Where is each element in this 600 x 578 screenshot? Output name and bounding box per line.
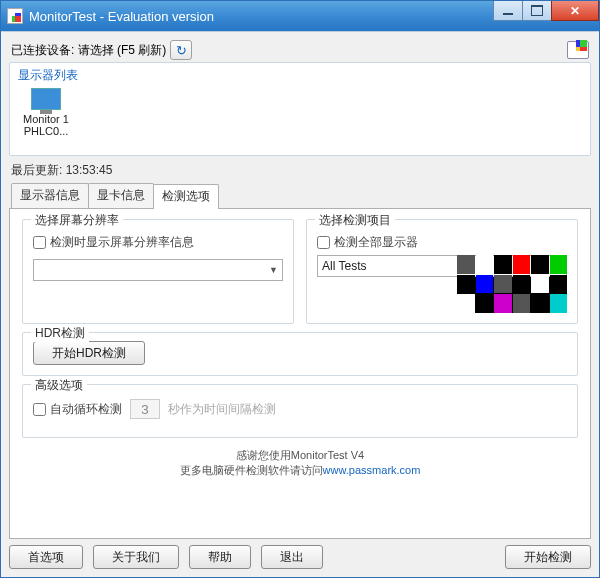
hdr-title: HDR检测 (31, 325, 89, 342)
tabs-area: 显示器信息 显卡信息 检测选项 选择屏幕分辨率 检测时显示屏幕分辨率信息 (9, 183, 591, 539)
refresh-button[interactable]: ↻ (170, 40, 192, 60)
exit-button[interactable]: 退出 (261, 545, 323, 569)
monitor-name: Monitor 1 (16, 113, 76, 125)
app-icon (7, 8, 23, 24)
footer-text: 感谢您使用MonitorTest V4 更多电脑硬件检测软件请访问www.pas… (22, 448, 578, 479)
monitor-icon (31, 88, 61, 110)
monitor-item[interactable]: Monitor 1 PHLC0... (16, 88, 76, 137)
loop-checkbox[interactable] (33, 403, 46, 416)
app-window: MonitorTest - Evaluation version 已连接设备: … (0, 0, 600, 578)
titlebar[interactable]: MonitorTest - Evaluation version (1, 1, 599, 31)
tab-monitor-info[interactable]: 显示器信息 (11, 183, 89, 208)
prefs-button[interactable]: 首选项 (9, 545, 83, 569)
show-resolution-checkbox[interactable] (33, 236, 46, 249)
hdr-group: HDR检测 开始HDR检测 (22, 332, 578, 376)
interval-input[interactable] (130, 399, 160, 419)
tab-panel-options: 选择屏幕分辨率 检测时显示屏幕分辨率信息 选择检测项目 (9, 208, 591, 539)
resolution-title: 选择屏幕分辨率 (31, 212, 123, 229)
monitor-list-title: 显示器列表 (18, 67, 584, 84)
last-update: 最后更新: 13:53:45 (11, 162, 591, 179)
button-bar: 首选项 关于我们 帮助 退出 开始检测 (9, 539, 591, 569)
advanced-title: 高级选项 (31, 377, 87, 394)
all-monitors-checkbox[interactable] (317, 236, 330, 249)
maximize-button[interactable] (522, 1, 552, 21)
test-items-group: 选择检测项目 检测全部显示器 All Tests (306, 219, 578, 324)
window-controls (494, 1, 599, 21)
brand-icon (567, 41, 589, 59)
monitor-model: PHLC0... (16, 125, 76, 137)
content-area: 已连接设备: 请选择 (F5 刷新) ↻ 显示器列表 Monitor 1 PHL… (1, 31, 599, 577)
close-button[interactable] (551, 1, 599, 21)
monitor-list-group: 显示器列表 Monitor 1 PHLC0... (9, 62, 591, 156)
resolution-checkbox-row[interactable]: 检测时显示屏幕分辨率信息 (33, 234, 283, 251)
start-hdr-button[interactable]: 开始HDR检测 (33, 341, 145, 365)
resolution-dropdown[interactable] (33, 259, 283, 281)
tab-gpu-info[interactable]: 显卡信息 (88, 183, 154, 208)
loop-checkbox-row[interactable]: 自动循环检测 秒作为时间间隔检测 (33, 399, 567, 419)
connected-label: 已连接设备: 请选择 (F5 刷新) (11, 42, 166, 59)
minimize-button[interactable] (493, 1, 523, 21)
tab-test-options[interactable]: 检测选项 (153, 184, 219, 209)
test-pattern-preview (457, 255, 567, 313)
tab-strip: 显示器信息 显卡信息 检测选项 (11, 183, 591, 208)
refresh-icon: ↻ (176, 43, 187, 58)
advanced-group: 高级选项 自动循环检测 秒作为时间间隔检测 (22, 384, 578, 438)
passmark-link[interactable]: www.passmark.com (323, 464, 421, 476)
test-items-title: 选择检测项目 (315, 212, 395, 229)
resolution-group: 选择屏幕分辨率 检测时显示屏幕分辨率信息 (22, 219, 294, 324)
help-button[interactable]: 帮助 (189, 545, 251, 569)
window-title: MonitorTest - Evaluation version (29, 9, 494, 24)
start-test-button[interactable]: 开始检测 (505, 545, 591, 569)
all-monitors-checkbox-row[interactable]: 检测全部显示器 (317, 234, 567, 251)
connected-row: 已连接设备: 请选择 (F5 刷新) ↻ (9, 38, 591, 62)
about-button[interactable]: 关于我们 (93, 545, 179, 569)
